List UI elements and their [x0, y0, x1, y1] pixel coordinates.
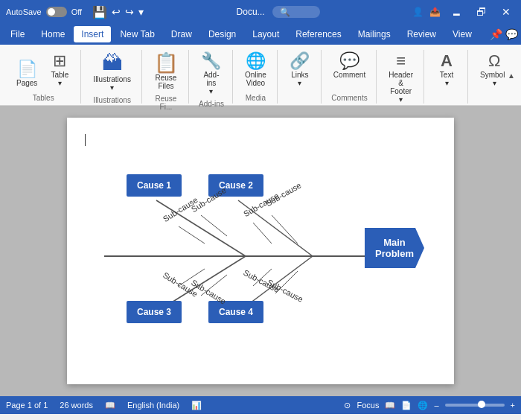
comment-icon[interactable]: 💬	[505, 28, 518, 40]
addins-label: Add-ins	[203, 71, 219, 87]
ribbon-group-reuse: 📋 ReuseFiles Reuse Fi...	[144, 50, 189, 104]
reuse-group-label: Reuse Fi...	[150, 95, 182, 111]
symbols-icon: Ω	[488, 53, 500, 69]
ribbon-pages-button[interactable]: 📄 Pages	[12, 58, 42, 90]
cause4-label: Cause 4	[219, 307, 253, 317]
illustrations-icon: 🏔	[102, 53, 123, 74]
autosave-toggle[interactable]	[46, 7, 67, 17]
view-read-icon[interactable]: 📖	[385, 401, 395, 410]
title-bar: AutoSave Off 💾 ↩ ↪ ▾ Docu... 🔍 👤 📤 🗕 🗗 ✕	[0, 0, 521, 24]
cause1-label: Cause 1	[137, 180, 171, 191]
cause4-box: Cause 4	[208, 301, 263, 323]
reuse-icon: 📋	[154, 53, 178, 72]
title-bar-left: AutoSave Off 💾 ↩ ↪ ▾	[6, 5, 144, 19]
menu-draw[interactable]: Draw	[164, 26, 199, 42]
ribbon-display-icon[interactable]: 📌	[490, 28, 502, 40]
headerfooter-label: Header &Footer	[389, 71, 413, 95]
addins-icon: 🔧	[201, 53, 221, 69]
comments-group-label: Comments	[331, 94, 367, 102]
redo-icon[interactable]: ↪	[125, 6, 134, 18]
undo-icon[interactable]: ↩	[112, 6, 121, 18]
comment-label: Comment	[333, 71, 365, 79]
focus-icon[interactable]: ⊙	[344, 401, 351, 410]
autosave-label: AutoSave	[6, 7, 42, 16]
view-web-icon[interactable]: 🌐	[418, 401, 428, 410]
onlinevideo-label: OnlineVideo	[245, 71, 266, 87]
ribbon-onlinevideo-button[interactable]: 🌐 OnlineVideo	[240, 50, 271, 90]
pages-label: Pages	[16, 79, 37, 87]
share-icon[interactable]: 📤	[429, 7, 441, 17]
zoom-slider[interactable]	[445, 404, 505, 407]
menu-layout[interactable]: Layout	[245, 26, 287, 42]
ribbon-illustrations-button[interactable]: 🏔 Illustrations ▾	[89, 50, 135, 95]
table-icon: ⊞	[53, 53, 66, 69]
save-icon[interactable]: 💾	[92, 5, 107, 19]
zoom-in-icon[interactable]: +	[511, 401, 515, 410]
ribbon-group-headerfooter: ≡ Header &Footer ▾	[378, 50, 424, 104]
links-icon: 🔗	[290, 53, 310, 69]
ribbon: 📄 Pages ⊞ Table ▾ Tables 🏔 Illustrations…	[0, 45, 521, 106]
ribbon-group-illustrations: 🏔 Illustrations ▾ Illustrations	[83, 50, 142, 104]
svg-line-6	[201, 215, 227, 236]
media-group-label: Media	[246, 94, 266, 102]
ribbon-collapse-button[interactable]: ▲	[505, 70, 518, 81]
word-count: 26 words	[60, 401, 93, 410]
illustrations-group-label: Illustrations	[93, 96, 131, 104]
menu-references[interactable]: References	[288, 26, 348, 42]
headerfooter-icon: ≡	[396, 53, 406, 69]
svg-line-5	[179, 226, 205, 244]
menu-home[interactable]: Home	[33, 26, 72, 42]
menu-right-icons: 📌 💬	[490, 28, 518, 40]
ribbon-addins-button[interactable]: 🔧 Add-ins ▾	[196, 50, 226, 98]
menu-bar: File Home Insert New Tab Draw Design Lay…	[0, 24, 521, 45]
main-problem-label: MainProblem	[375, 237, 414, 259]
tables-group-label: Tables	[33, 94, 54, 102]
cause3-label: Cause 3	[137, 307, 171, 317]
ribbon-headerfooter-button[interactable]: ≡ Header &Footer ▾	[384, 50, 418, 106]
reuse-items: 📋 ReuseFiles	[150, 50, 182, 93]
search-icon[interactable]: 🔍	[272, 6, 320, 18]
ribbon-text-button[interactable]: A Text ▾	[432, 50, 461, 90]
illustrations-label: Illustrations	[93, 75, 131, 83]
customize-icon[interactable]: ▾	[138, 6, 144, 18]
menu-newtab[interactable]: New Tab	[112, 26, 162, 42]
view-print-icon[interactable]: 📄	[401, 401, 412, 410]
menu-review[interactable]: Review	[400, 26, 444, 42]
menu-design[interactable]: Design	[201, 26, 243, 42]
document-title: Docu... 🔍	[237, 7, 320, 17]
ribbon-comment-button[interactable]: 💬 Comment	[329, 50, 370, 82]
menu-view[interactable]: View	[445, 26, 479, 42]
addins-group-label: Add-ins	[199, 100, 224, 108]
proofing-icon[interactable]: 📖	[105, 401, 115, 410]
title-text: Docu...	[237, 7, 265, 17]
language-label[interactable]: English (India)	[127, 401, 179, 410]
status-bar: Page 1 of 1 26 words 📖 English (India) 📊…	[0, 396, 521, 414]
status-right: ⊙ Focus 📖 📄 🌐 – +	[344, 401, 515, 410]
ribbon-links-button[interactable]: 🔗 Links ▾	[285, 50, 315, 90]
zoom-thumb[interactable]	[478, 401, 485, 408]
cause3-box: Cause 3	[127, 301, 182, 323]
account-icon[interactable]: 👤	[412, 7, 423, 17]
ribbon-table-button[interactable]: ⊞ Table ▾	[45, 50, 74, 90]
headerfooter-chevron: ▾	[399, 95, 403, 104]
text-icon: A	[441, 53, 453, 69]
svg-line-7	[253, 223, 272, 244]
menu-file[interactable]: File	[3, 26, 32, 42]
pages-icon: 📄	[17, 61, 37, 77]
menu-insert[interactable]: Insert	[74, 26, 111, 42]
addins-items: 🔧 Add-ins ▾	[196, 50, 226, 98]
text-items: A Text ▾	[432, 50, 461, 90]
zoom-out-icon[interactable]: –	[434, 401, 438, 410]
ribbon-reuse-button[interactable]: 📋 ReuseFiles	[150, 50, 182, 93]
addins-chevron: ▾	[209, 87, 213, 95]
symbols-chevron: ▾	[493, 79, 496, 87]
table-label: Table	[51, 71, 68, 79]
focus-label[interactable]: Focus	[357, 401, 379, 410]
menu-mailings[interactable]: Mailings	[351, 26, 398, 42]
fishbone-diagram: Cause 1 Cause 2 Cause 3 Cause 4 MainProb…	[82, 144, 439, 368]
links-label: Links	[291, 71, 308, 79]
minimize-button[interactable]: 🗕	[447, 4, 466, 19]
close-button[interactable]: ✕	[497, 4, 515, 19]
ribbon-group-tables: 📄 Pages ⊞ Table ▾ Tables	[6, 50, 81, 104]
restore-button[interactable]: 🗗	[472, 4, 491, 19]
